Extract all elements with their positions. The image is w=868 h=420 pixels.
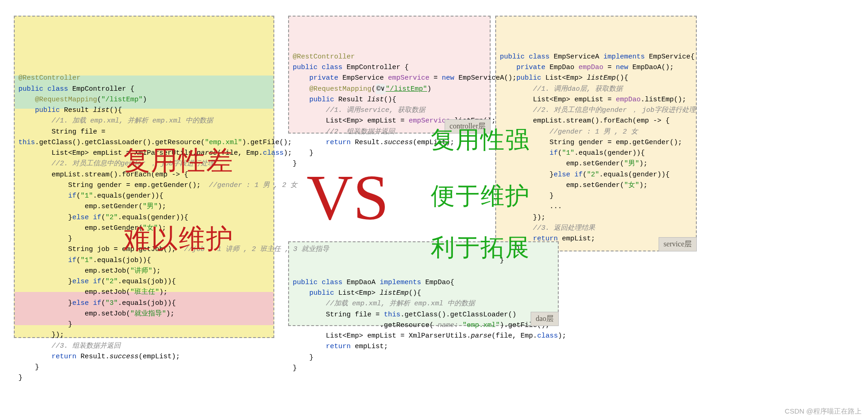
bad-point-1: 复用性差 [123,140,234,181]
controller-code-panel: @RestController public class EmpControll… [288,16,491,134]
bad-point-2: 难以维护 [123,218,234,260]
good-point-1: 复用性强 [431,122,530,159]
good-point-3: 利于拓展 [431,229,530,267]
dao-tag: dao层 [531,312,559,326]
good-point-2: 便于维护 [431,178,530,215]
service-tag: service层 [659,237,697,251]
watermark: CSDN @程序喵正在路上 [785,406,862,416]
vs-label: VS [307,147,389,247]
code-block-dao: public class EmpDaoA implements EmpDao{ … [293,267,554,374]
